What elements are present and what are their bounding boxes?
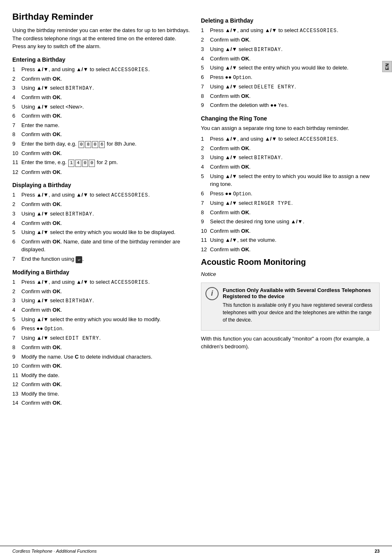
list-item: 7End the function using ↵. (12, 255, 191, 263)
list-item: 6Confirm with OK. Name, date and time of… (12, 238, 191, 254)
list-item: 13Modify the time. (12, 390, 191, 398)
list-item: 10Confirm with OK. (12, 149, 191, 158)
list-item: 6Press ●● Option. (201, 73, 380, 81)
deleting-steps-list: 1Press ▲/▼, and using ▲/▼ to select ACCE… (201, 26, 380, 109)
entering-steps-list: 1Press ▲/▼, and using ▲/▼ to select ACCE… (12, 65, 191, 176)
list-item: 7Using ▲/▼ select RINGER TYPE. (201, 199, 380, 207)
list-item: 5Using ▲/▼ select the entry which you wo… (12, 228, 191, 236)
list-item: 10Confirm with OK. (201, 227, 380, 235)
section-heading-entering: Entering a Birthday (12, 56, 191, 63)
list-item: 6Press ●● Option. (201, 190, 380, 198)
notice-label: Notice (201, 270, 380, 278)
list-item: 2Confirm with OK. (201, 36, 380, 44)
notice-heading: Function Only Available with Several Cor… (223, 287, 375, 299)
ringtone-intro: You can assign a separate ring tone to e… (201, 124, 380, 132)
list-item: 1Press ▲/▼, and using ▲/▼ to select ACCE… (12, 191, 191, 199)
list-item: 1Press ▲/▼, and using ▲/▼ to select ACCE… (12, 65, 191, 74)
list-item: 7Using ▲/▼ select DELETE ENTRY. (201, 83, 380, 91)
section-heading-modifying: Modifying a Birthday (12, 269, 191, 276)
list-item: 14Confirm with OK. (12, 399, 191, 407)
list-item: 12Confirm with OK. (12, 168, 191, 176)
info-icon: i (205, 287, 219, 300)
list-item: 4Confirm with OK. (12, 219, 191, 227)
list-item: 11Modify the date. (12, 371, 191, 380)
list-item: 1Press ▲/▼, and using ▲/▼ to select ACCE… (201, 135, 380, 143)
list-item: 5Using ▲/▼ select <New>. (12, 103, 191, 111)
list-item: 7Enter the name. (12, 121, 191, 130)
list-item: 3Using ▲/▼ select BIRTHDAY. (12, 210, 191, 218)
acoustic-outro: With this function you can acoustically … (201, 335, 380, 351)
list-item: 9Modify the name. Use C to delete indivi… (12, 353, 191, 361)
section-heading-deleting: Deleting a Birthday (201, 17, 380, 24)
page-footer: Cordless Telephone · Additional Function… (0, 546, 392, 556)
displaying-steps-list: 1Press ▲/▼, and using ▲/▼ to select ACCE… (12, 191, 191, 263)
list-item: 2Confirm with OK. (12, 200, 191, 208)
section-heading-ringtone: Changing the Ring Tone (201, 115, 380, 122)
list-item: 3Using ▲/▼ select BIRTHDAY. (12, 84, 191, 92)
list-item: 8Confirm with OK. (201, 92, 380, 100)
list-item: 2Confirm with OK. (12, 75, 191, 83)
list-item: 5Using ▲/▼ select the entry to which you… (201, 172, 380, 188)
list-item: 3Using ▲/▼ select BIRTHDAY. (201, 45, 380, 53)
list-item: 4Confirm with OK. (12, 93, 191, 102)
page-title: Birthday Reminder (12, 12, 191, 22)
list-item: 5Using ▲/▼ select the entry which you wo… (12, 315, 191, 324)
right-column: Deleting a Birthday 1Press ▲/▼, and usin… (201, 12, 380, 542)
modifying-steps-list: 1Press ▲/▼, and using ▲/▼ to select ACCE… (12, 278, 191, 407)
list-item: 8Confirm with OK. (201, 208, 380, 217)
notice-content: Function Only Available with Several Cor… (223, 287, 375, 326)
list-item: 4Confirm with OK. (201, 163, 380, 171)
list-item: 2Confirm with OK. (12, 287, 191, 296)
list-item: 5Using ▲/▼ select the entry which you wo… (201, 64, 380, 72)
left-column: Birthday Reminder Using the birthday rem… (12, 12, 191, 542)
list-item: 11Using ▲/▼, set the volume. (201, 236, 380, 244)
list-item: 2Confirm with OK. (201, 144, 380, 153)
section-heading-displaying: Displaying a Birthday (12, 182, 191, 188)
list-item: 6Confirm with OK. (12, 112, 191, 120)
list-item: 4Confirm with OK. (201, 55, 380, 63)
list-item: 9Select the desired ring tone using ▲/▼. (201, 218, 380, 226)
ringtone-steps-list: 1Press ▲/▼, and using ▲/▼ to select ACCE… (201, 135, 380, 254)
language-tab: EN (382, 61, 392, 72)
list-item: 3Using ▲/▼ select BIRTHDAY. (12, 297, 191, 305)
list-item: 9Confirm the deletion with ●● Yes. (201, 101, 380, 109)
acoustic-title: Acoustic Room Monitoring (201, 257, 380, 267)
list-item: 4Confirm with OK. (12, 306, 191, 314)
list-item: 1Press ▲/▼, and using ▲/▼ to select ACCE… (201, 26, 380, 35)
list-item: 12Confirm with OK. (201, 246, 380, 254)
list-item: 11Enter the time, e.g. 1400 for 2 pm. (12, 158, 191, 167)
list-item: 12Confirm with OK. (12, 380, 191, 389)
notice-box: i Function Only Available with Several C… (201, 283, 380, 331)
intro-text: Using the birthday reminder you can ente… (12, 26, 191, 51)
list-item: 7Using ▲/▼ select EDIT ENTRY. (12, 334, 191, 342)
list-item: 6Press ●● Option. (12, 324, 191, 333)
page-number: 23 (375, 549, 380, 554)
list-item: 9Enter the birth day, e.g. 0806 for 8th … (12, 140, 191, 148)
list-item: 8Confirm with OK. (12, 130, 191, 139)
list-item: 10Confirm with OK. (12, 362, 191, 370)
notice-body: This function is available only if you h… (223, 301, 375, 324)
list-item: 3Using ▲/▼ select BIRTHDAY. (201, 153, 380, 162)
list-item: 1Press ▲/▼, and using ▲/▼ to select ACCE… (12, 278, 191, 286)
list-item: 8Confirm with OK. (12, 343, 191, 352)
footer-left-text: Cordless Telephone · Additional Function… (12, 549, 97, 554)
